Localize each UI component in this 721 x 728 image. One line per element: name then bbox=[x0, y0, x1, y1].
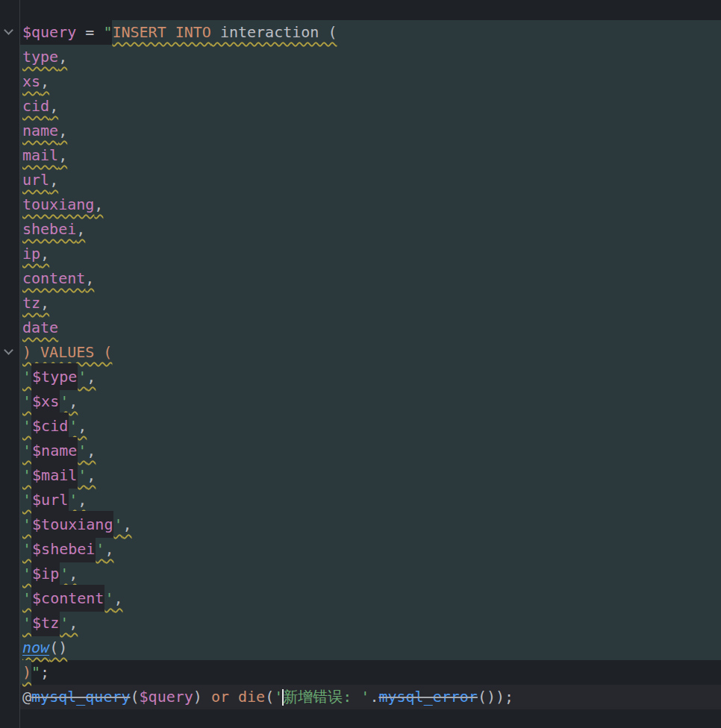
code-token[interactable]: now bbox=[22, 638, 49, 656]
code-line-23[interactable]: '$ip', bbox=[20, 562, 721, 586]
code-token[interactable]: ' bbox=[22, 540, 31, 558]
code-token[interactable]: " bbox=[31, 663, 40, 681]
code-token[interactable]: ' bbox=[360, 688, 369, 706]
code-line-4[interactable]: cid, bbox=[20, 94, 721, 119]
code-token[interactable]: ' bbox=[22, 565, 31, 583]
code-token[interactable]: $name bbox=[31, 437, 78, 464]
code-token[interactable] bbox=[229, 688, 238, 706]
code-line-16[interactable]: '$xs', bbox=[20, 389, 721, 414]
code-token[interactable]: , bbox=[40, 245, 49, 263]
code-token[interactable]: or bbox=[211, 688, 229, 706]
code-token[interactable]: $ip bbox=[31, 560, 60, 587]
code-token[interactable]: ' bbox=[60, 565, 69, 583]
code-token[interactable]: ' bbox=[78, 368, 87, 386]
code-line-27[interactable]: )"; bbox=[20, 660, 721, 685]
code-token[interactable]: content bbox=[22, 269, 85, 287]
code-token[interactable]: ; bbox=[40, 663, 49, 681]
code-token[interactable]: . bbox=[369, 688, 378, 706]
code-token[interactable]: , bbox=[49, 97, 58, 115]
code-token[interactable]: ' bbox=[60, 614, 69, 632]
code-token[interactable]: url bbox=[22, 171, 49, 189]
code-token[interactable]: , bbox=[78, 417, 87, 435]
code-area[interactable]: $query = "INSERT INTO interaction (type,… bbox=[20, 20, 721, 709]
code-token[interactable]: $url bbox=[31, 486, 69, 513]
code-token[interactable]: $tz bbox=[31, 609, 60, 636]
code-line-19[interactable]: '$mail', bbox=[20, 463, 721, 488]
code-token[interactable]: $type bbox=[31, 363, 78, 390]
code-line-11[interactable]: content, bbox=[20, 266, 721, 291]
code-token[interactable]: , bbox=[69, 392, 78, 410]
code-token[interactable]: ' bbox=[22, 614, 31, 632]
code-token[interactable]: xs bbox=[22, 72, 40, 90]
code-token[interactable]: ' bbox=[69, 417, 78, 435]
code-token[interactable]: name bbox=[22, 122, 58, 139]
code-token[interactable]: cid bbox=[22, 97, 49, 115]
code-token[interactable]: , bbox=[40, 294, 49, 312]
code-token[interactable]: , bbox=[69, 614, 78, 632]
code-token[interactable]: , bbox=[87, 368, 96, 386]
code-token[interactable]: ip bbox=[22, 245, 40, 263]
code-token[interactable]: $query bbox=[140, 688, 193, 706]
code-token[interactable]: ()); bbox=[478, 688, 514, 706]
code-token[interactable]: $touxiang bbox=[31, 511, 113, 538]
code-line-10[interactable]: ip, bbox=[20, 242, 721, 266]
code-token[interactable]: ) bbox=[22, 663, 31, 681]
code-token[interactable]: @ bbox=[22, 688, 31, 706]
code-token[interactable]: , bbox=[87, 466, 96, 484]
code-token[interactable]: touxiang bbox=[22, 195, 94, 213]
code-token[interactable]: type bbox=[22, 48, 58, 66]
code-token[interactable]: , bbox=[58, 122, 67, 139]
code-line-28[interactable]: @mysql_query($query) or die('新增错误: '.mys… bbox=[20, 685, 721, 709]
code-line-13[interactable]: date bbox=[20, 316, 721, 340]
code-line-8[interactable]: touxiang, bbox=[20, 192, 721, 217]
code-token[interactable]: $mail bbox=[31, 462, 78, 489]
code-line-24[interactable]: '$content', bbox=[20, 586, 721, 611]
code-token[interactable]: ' bbox=[22, 589, 31, 607]
code-token[interactable]: , bbox=[76, 220, 85, 238]
code-token[interactable]: ' bbox=[22, 442, 31, 459]
code-line-26[interactable]: now() bbox=[20, 636, 721, 660]
code-token[interactable]: ( bbox=[131, 688, 140, 706]
code-line-12[interactable]: tz, bbox=[20, 291, 721, 316]
code-token[interactable]: , bbox=[104, 540, 113, 558]
code-token[interactable]: = bbox=[76, 23, 103, 41]
code-token[interactable]: ' bbox=[22, 515, 31, 533]
code-token[interactable]: ) bbox=[193, 688, 202, 706]
code-line-9[interactable]: shebei, bbox=[20, 217, 721, 242]
code-token[interactable]: ( bbox=[265, 688, 274, 706]
code-line-18[interactable]: '$name', bbox=[20, 439, 721, 463]
code-token[interactable]: ' bbox=[96, 540, 104, 558]
code-line-3[interactable]: xs, bbox=[20, 69, 721, 94]
code-token[interactable]: tz bbox=[22, 294, 40, 312]
code-token[interactable]: mail bbox=[22, 146, 58, 164]
code-token[interactable]: , bbox=[85, 269, 94, 287]
code-token[interactable]: ' bbox=[22, 491, 31, 509]
code-token[interactable]: interaction ( bbox=[211, 23, 337, 41]
code-line-20[interactable]: '$url', bbox=[20, 488, 721, 512]
code-line-6[interactable]: mail, bbox=[20, 143, 721, 168]
code-token[interactable]: $content bbox=[31, 585, 104, 612]
code-token[interactable]: die bbox=[238, 688, 265, 706]
code-line-7[interactable]: url, bbox=[20, 168, 721, 192]
code-token[interactable]: $xs bbox=[31, 388, 60, 415]
code-token[interactable]: () bbox=[49, 638, 67, 656]
code-token[interactable]: ' bbox=[22, 368, 31, 386]
code-token[interactable]: ' bbox=[22, 417, 31, 435]
code-token[interactable]: $cid bbox=[31, 412, 69, 439]
code-token[interactable]: " bbox=[103, 23, 112, 41]
code-token[interactable]: ' bbox=[78, 442, 87, 459]
code-token[interactable]: shebei bbox=[22, 220, 76, 238]
code-token[interactable]: , bbox=[113, 589, 122, 607]
code-token[interactable]: INSERT INTO bbox=[112, 23, 210, 41]
code-token[interactable]: date bbox=[22, 318, 58, 336]
code-token[interactable]: ' bbox=[22, 392, 31, 410]
code-token[interactable]: mysql_query bbox=[31, 688, 130, 706]
code-token[interactable]: , bbox=[87, 442, 96, 459]
code-token[interactable]: , bbox=[122, 515, 131, 533]
code-line-5[interactable]: name, bbox=[20, 119, 721, 143]
code-token[interactable]: , bbox=[94, 195, 103, 213]
code-token[interactable] bbox=[202, 688, 211, 706]
code-line-14[interactable]: ) VALUES ( bbox=[20, 340, 721, 365]
code-token[interactable]: , bbox=[58, 146, 67, 164]
code-token[interactable]: mysql_error bbox=[378, 688, 477, 706]
